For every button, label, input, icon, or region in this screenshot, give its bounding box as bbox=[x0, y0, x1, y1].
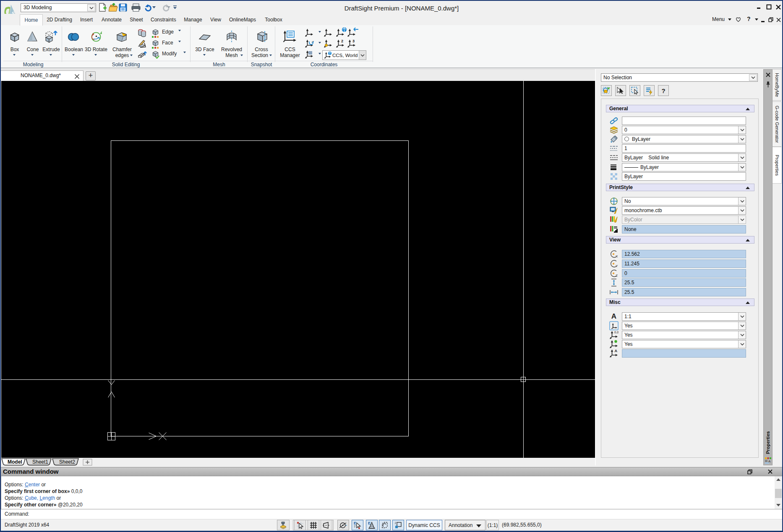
svg-text:E: E bbox=[368, 521, 371, 525]
svg-text:A: A bbox=[615, 349, 618, 353]
svg-text:Model: Model bbox=[8, 459, 22, 465]
svg-text:Z: Z bbox=[616, 274, 618, 278]
svg-text:E: E bbox=[354, 521, 356, 525]
svg-text:A: A bbox=[768, 459, 771, 463]
svg-text:X: X bbox=[616, 254, 618, 258]
svg-text:0,0: 0,0 bbox=[614, 330, 619, 334]
svg-text:x: x bbox=[312, 40, 313, 43]
svg-text:3: 3 bbox=[352, 39, 355, 43]
svg-text:Sheet2: Sheet2 bbox=[59, 459, 75, 465]
svg-text:Y: Y bbox=[616, 264, 618, 268]
svg-text:2: 2 bbox=[341, 39, 343, 43]
svg-text:Sheet1: Sheet1 bbox=[32, 459, 48, 465]
